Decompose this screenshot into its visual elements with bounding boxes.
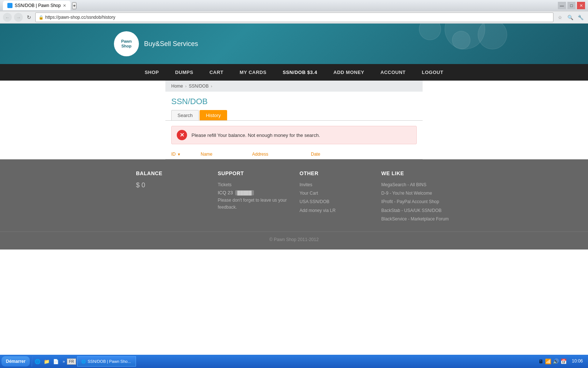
titlebar: SSN/DOB | Pawn Shop ✕ + — □ ✕ xyxy=(0,0,588,11)
footer-welike-2[interactable]: IProfit - PayPal Account Shop xyxy=(381,198,452,205)
bubble-1 xyxy=(478,24,507,49)
alert-error-icon: ✕ xyxy=(177,130,187,140)
tabs-row: Search History xyxy=(165,110,423,121)
nav-item-dumps[interactable]: DUMPS xyxy=(167,64,201,81)
logo-text: PawnShop xyxy=(121,39,132,49)
lock-icon: 🔒 xyxy=(39,15,44,20)
tab-history[interactable]: History xyxy=(200,110,227,120)
site-logo[interactable]: PawnShop xyxy=(114,31,139,56)
nav-item-shop[interactable]: SHOP xyxy=(137,64,167,81)
window-controls: — □ ✕ xyxy=(558,2,585,9)
site-header: PawnShop Buy&Sell Services xyxy=(0,24,588,64)
footer-other-yourcart[interactable]: Your Cart xyxy=(300,190,370,197)
footer-other-addmoneylr[interactable]: Add money via LR xyxy=(300,207,370,214)
col-name-header: Name xyxy=(201,152,252,157)
footer-balance-title: BALANCE xyxy=(136,170,207,176)
address-bar-row: ← → ↻ 🔒 https://pawn-shop.cc/ssndob/hist… xyxy=(0,11,588,24)
col-id-label: ID xyxy=(171,152,176,157)
copyright-text: © Pawn Shop 2011-2012 xyxy=(269,237,319,242)
breadcrumb-sep-1: › xyxy=(185,84,187,88)
footer-balance: BALANCE $ 0 xyxy=(136,170,207,224)
footer-welike-1[interactable]: D-9 - You're Not Welcome xyxy=(381,190,452,197)
tab-close-button[interactable]: ✕ xyxy=(63,3,66,8)
maximize-button[interactable]: □ xyxy=(567,2,576,9)
bubble-3 xyxy=(445,24,485,49)
footer-welike-3[interactable]: BackStab - USA/UK SSN/DOB xyxy=(381,207,452,214)
footer-other-usa-ssndob[interactable]: USA SSN/DOB xyxy=(300,198,370,205)
footer-copyright: © Pawn Shop 2011-2012 xyxy=(0,231,588,242)
back-button[interactable]: ← xyxy=(3,13,12,22)
browser-tab[interactable]: SSN/DOB | Pawn Shop ✕ xyxy=(3,1,71,10)
footer-other: OTHER Invites Your Cart USA SSN/DOB Add … xyxy=(300,170,370,224)
footer-support-title: SUPPORT xyxy=(218,170,289,176)
footer-inner: BALANCE $ 0 SUPPORT Tickets ICQ 23 █████… xyxy=(129,170,459,224)
site-tagline: Buy&Sell Services xyxy=(144,40,198,48)
nav-item-cart[interactable]: CART xyxy=(201,64,232,81)
error-alert: ✕ Please refill Your balance. Not enough… xyxy=(171,126,417,144)
site-footer: BALANCE $ 0 SUPPORT Tickets ICQ 23 █████… xyxy=(0,159,588,250)
nav-item-addmoney[interactable]: ADD MONEY xyxy=(325,64,372,81)
footer-balance-amount: $ 0 xyxy=(136,181,207,189)
footer-welike-4[interactable]: BlackService - Marketplace Forum xyxy=(381,216,452,223)
footer-welike-title: WE LIKE xyxy=(381,170,452,176)
tab-title: SSN/DOB | Pawn Shop xyxy=(15,3,61,8)
footer-other-title: OTHER xyxy=(300,170,370,176)
footer-other-invites[interactable]: Invites xyxy=(300,181,370,188)
error-message: Please refill Your balance. Not enough m… xyxy=(191,132,320,138)
new-tab-button[interactable]: + xyxy=(72,2,76,9)
footer-icq-label: ICQ 23 xyxy=(218,190,233,195)
forward-button[interactable]: → xyxy=(14,13,23,22)
sort-arrow-icon: ▼ xyxy=(177,152,181,156)
col-address-header: Address xyxy=(252,152,311,157)
table-header: ID ▼ Name Address Date xyxy=(165,149,423,159)
tab-search[interactable]: Search xyxy=(171,110,199,120)
footer-icq-status: █████ xyxy=(235,190,254,195)
nav-item-account[interactable]: ACCOUNT xyxy=(372,64,414,81)
nav-item-ssndob[interactable]: SSN/DOB $3.4 xyxy=(275,64,325,81)
nav-item-logout[interactable]: LOGOUT xyxy=(414,64,452,81)
bookmark-star-icon[interactable]: ☆ xyxy=(556,13,564,22)
bubble-4 xyxy=(419,24,441,40)
header-bubbles xyxy=(404,24,514,64)
col-id-header[interactable]: ID ▼ xyxy=(171,152,201,157)
addressbar-actions: ☆ 🔍 🔧 xyxy=(556,13,585,22)
wrench-icon[interactable]: 🔧 xyxy=(576,13,585,22)
footer-welike: WE LIKE MegaSearch - All BINS D-9 - You'… xyxy=(381,170,452,224)
breadcrumb-sep-2: › xyxy=(211,84,212,88)
bubble-2 xyxy=(452,31,470,49)
footer-icq-line: ICQ 23 █████ xyxy=(218,190,289,195)
footer-tickets-link[interactable]: Tickets xyxy=(218,181,289,188)
main-content: Home › SSN/DOB › SSN/DOB Search History … xyxy=(165,81,423,159)
footer-welike-0[interactable]: MegaSearch - All BINS xyxy=(381,181,452,188)
nav-item-mycards[interactable]: MY CARDS xyxy=(232,64,275,81)
site-nav: SHOP DUMPS CART MY CARDS SSN/DOB $3.4 AD… xyxy=(0,64,588,81)
tab-favicon xyxy=(7,3,12,8)
breadcrumb: Home › SSN/DOB › xyxy=(165,81,423,92)
minimize-button[interactable]: — xyxy=(558,2,566,9)
page-title: SSN/DOB xyxy=(165,92,423,110)
address-bar[interactable]: 🔒 https://pawn-shop.cc/ssndob/history xyxy=(35,13,553,22)
browser-window: SSN/DOB | Pawn Shop ✕ + — □ ✕ ← → ↻ 🔒 ht… xyxy=(0,0,588,24)
col-date-header: Date xyxy=(311,152,348,157)
breadcrumb-home[interactable]: Home xyxy=(171,84,183,89)
site-wrapper: PawnShop Buy&Sell Services SHOP DUMPS CA… xyxy=(0,24,588,250)
breadcrumb-section: SSN/DOB xyxy=(189,84,209,89)
footer-support: SUPPORT Tickets ICQ 23 █████ Please don'… xyxy=(218,170,289,224)
url-input[interactable]: https://pawn-shop.cc/ssndob/history xyxy=(45,15,550,20)
close-button[interactable]: ✕ xyxy=(577,2,585,9)
refresh-button[interactable]: ↻ xyxy=(25,13,33,21)
footer-feedback-text: Please don't forget to leave us your fee… xyxy=(218,197,289,211)
search-icon[interactable]: 🔍 xyxy=(566,13,575,22)
